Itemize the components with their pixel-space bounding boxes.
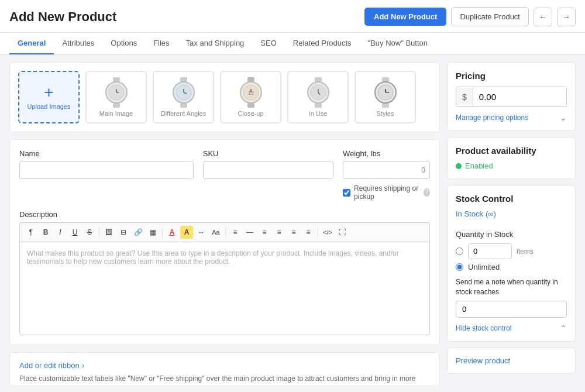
qty-items-label: items bbox=[517, 247, 534, 256]
tab-options[interactable]: Options bbox=[102, 33, 145, 54]
info-icon[interactable]: ? bbox=[424, 188, 430, 197]
plus-icon: + bbox=[44, 84, 53, 101]
weight-unit: 0 bbox=[421, 166, 425, 174]
page-title: Add New Product bbox=[9, 9, 116, 25]
upload-label: Upload Images bbox=[27, 103, 71, 110]
image-grid: + Upload Images Main Image bbox=[18, 71, 431, 123]
watch-icon-angles bbox=[168, 77, 199, 108]
tab-related-products[interactable]: Related Products bbox=[285, 33, 360, 54]
toolbar-list-unordered[interactable]: ≡ bbox=[258, 226, 271, 239]
svg-rect-0 bbox=[113, 77, 120, 82]
toolbar-fullscreen[interactable]: ⛶ bbox=[336, 226, 349, 239]
ribbon-section: Add or edit ribbon › Place customizable … bbox=[9, 352, 440, 385]
shipping-checkbox-row: Requires shipping or pickup ? bbox=[343, 184, 430, 201]
sku-input[interactable] bbox=[203, 161, 333, 179]
toolbar-source[interactable]: </> bbox=[321, 226, 334, 239]
price-input[interactable] bbox=[473, 87, 566, 106]
main-content: + Upload Images Main Image bbox=[0, 55, 585, 392]
name-input[interactable] bbox=[19, 161, 194, 179]
tab-buy-now[interactable]: "Buy Now" Button bbox=[360, 33, 436, 54]
tab-seo[interactable]: SEO bbox=[252, 33, 284, 54]
sku-label: SKU bbox=[203, 149, 333, 158]
description-group: Description ¶ B I U S 🖼 ⊟ 🔗 ▦ A bbox=[19, 210, 430, 335]
preview-card: Preview product bbox=[447, 348, 576, 374]
qty-radio-unlimited[interactable] bbox=[456, 263, 463, 271]
requires-shipping-label: Requires shipping or pickup bbox=[354, 184, 420, 201]
right-panel: Pricing $ Manage pricing options ⌄ Produ… bbox=[447, 62, 576, 385]
hide-stock-link[interactable]: Hide stock control ⌃ bbox=[456, 324, 567, 333]
toolbar-hr[interactable]: ⊟ bbox=[117, 226, 130, 239]
toolbar-image[interactable]: 🖼 bbox=[102, 226, 115, 239]
toolbar-strike[interactable]: S bbox=[83, 226, 96, 239]
weight-input[interactable] bbox=[343, 161, 430, 179]
toolbar-bold[interactable]: B bbox=[39, 226, 52, 239]
tab-files[interactable]: Files bbox=[145, 33, 177, 54]
toolbar-underline[interactable]: U bbox=[68, 226, 81, 239]
qty-row-unlimited: Unlimited bbox=[456, 263, 567, 271]
toolbar-indent[interactable]: ↔ bbox=[195, 226, 208, 239]
add-new-product-button[interactable]: Add New Product bbox=[364, 8, 446, 26]
qty-input[interactable] bbox=[468, 243, 512, 259]
svg-rect-13 bbox=[247, 103, 254, 108]
stock-note-input[interactable] bbox=[456, 301, 567, 318]
slot-label-angles: Different Angles bbox=[161, 110, 206, 117]
toolbar-font-color[interactable]: A bbox=[166, 226, 178, 239]
ribbon-arrow-icon: › bbox=[82, 361, 84, 370]
upload-images-slot[interactable]: + Upload Images bbox=[18, 71, 80, 123]
toolbar-paragraph[interactable]: ¶ bbox=[25, 226, 37, 239]
svg-rect-1 bbox=[113, 103, 120, 108]
tab-tax-shipping[interactable]: Tax and Shipping bbox=[178, 33, 253, 54]
image-slot-angles[interactable]: Different Angles bbox=[153, 71, 214, 123]
requires-shipping-checkbox[interactable] bbox=[343, 189, 350, 197]
toolbar-align-left[interactable]: ≡ bbox=[229, 226, 242, 239]
toolbar-sep-3 bbox=[225, 228, 226, 237]
slot-label-inuse: In Use bbox=[309, 110, 328, 117]
tab-attributes[interactable]: Attributes bbox=[54, 33, 102, 54]
ribbon-link[interactable]: Add or edit ribbon › bbox=[19, 361, 430, 370]
image-slot-closeup[interactable]: 12 Close-up bbox=[220, 71, 281, 123]
toolbar-align-center[interactable]: — bbox=[243, 226, 256, 239]
toolbar-link[interactable]: 🔗 bbox=[132, 226, 144, 239]
watch-icon-closeup: 12 bbox=[236, 77, 266, 108]
toolbar-case[interactable]: Aa bbox=[209, 226, 222, 239]
enabled-dot-icon bbox=[456, 163, 462, 169]
image-slot-main[interactable]: Main Image bbox=[85, 71, 147, 123]
duplicate-product-button[interactable]: Duplicate Product bbox=[451, 7, 529, 26]
stock-status-row: In Stock (∞) bbox=[456, 209, 567, 224]
ribbon-description: Place customizable text labels like "New… bbox=[19, 373, 430, 385]
stock-card: Stock Control In Stock (∞) Quantity in S… bbox=[447, 185, 576, 342]
page-header: Add New Product Add New Product Duplicat… bbox=[0, 0, 585, 33]
toolbar-outdent[interactable]: ≡ bbox=[287, 226, 300, 239]
toolbar-sep-2 bbox=[162, 228, 163, 237]
price-input-wrap: $ bbox=[456, 87, 567, 107]
toolbar-indent2[interactable]: ≡ bbox=[302, 226, 315, 239]
forward-arrow-button[interactable]: → bbox=[557, 8, 576, 26]
qty-label: Quantity in Stock bbox=[456, 230, 567, 239]
weight-field-group: Weight, lbs 0 Requires shipping or picku… bbox=[343, 149, 430, 201]
manage-pricing-link[interactable]: Manage pricing options ⌄ bbox=[456, 113, 567, 122]
image-slot-styles[interactable]: Styles bbox=[355, 71, 416, 123]
chevron-up-icon: ⌃ bbox=[560, 324, 567, 333]
availability-card: Product availability Enabled bbox=[447, 137, 576, 179]
stock-title: Stock Control bbox=[456, 194, 567, 204]
svg-rect-6 bbox=[180, 77, 187, 82]
availability-status: Enabled bbox=[465, 161, 493, 170]
preview-product-link[interactable]: Preview product bbox=[456, 356, 510, 365]
svg-rect-7 bbox=[180, 103, 187, 108]
qty-radio-fixed[interactable] bbox=[456, 247, 463, 255]
toolbar-list-ordered[interactable]: ≡ bbox=[273, 226, 285, 239]
toolbar-italic[interactable]: I bbox=[54, 226, 67, 239]
back-arrow-button[interactable]: ← bbox=[534, 8, 552, 26]
hide-stock-label: Hide stock control bbox=[456, 324, 511, 332]
toolbar-bg-color[interactable]: A bbox=[180, 226, 193, 239]
form-row-basic: Name SKU Weight, lbs 0 bbox=[19, 149, 430, 201]
image-slot-inuse[interactable]: In Use bbox=[287, 71, 349, 123]
toolbar-table[interactable]: ▦ bbox=[146, 226, 159, 239]
description-editor[interactable]: What makes this product so great? Use th… bbox=[19, 242, 430, 335]
editor-toolbar: ¶ B I U S 🖼 ⊟ 🔗 ▦ A A ↔ Aa bbox=[19, 222, 430, 242]
watch-icon-main bbox=[101, 77, 132, 108]
stock-status: In Stock bbox=[456, 209, 483, 218]
name-field-group: Name bbox=[19, 149, 194, 201]
tab-general[interactable]: General bbox=[9, 33, 54, 54]
stock-infinity: (∞) bbox=[486, 209, 496, 218]
